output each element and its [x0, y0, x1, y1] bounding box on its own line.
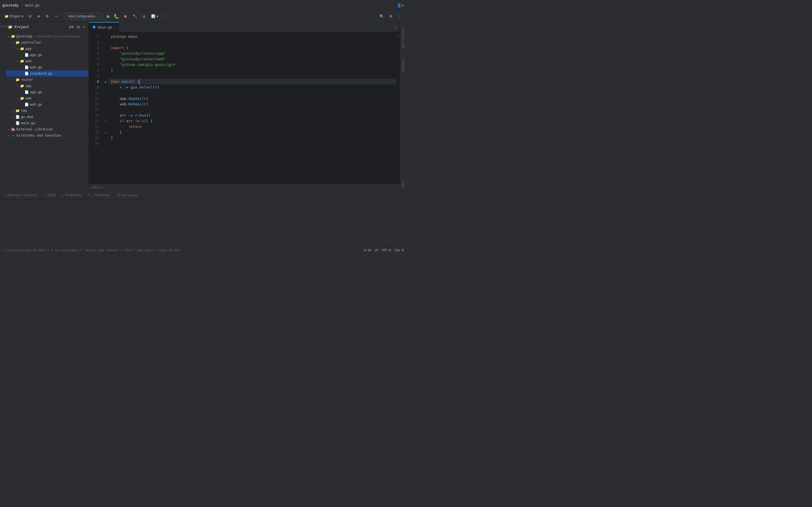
- token-17-0: [111, 124, 129, 129]
- tab-close-btn[interactable]: ×: [114, 25, 116, 29]
- tree-label-tmp: tmp: [21, 109, 27, 113]
- project-panel-gear-btn[interactable]: ⚙▾: [68, 24, 75, 30]
- status-encoding[interactable]: UTF-8: [382, 248, 391, 252]
- tree-icon-app-go: 📄: [24, 53, 29, 57]
- gutter-icon-16[interactable]: ⊟: [103, 118, 109, 124]
- token-13-6: ): [146, 101, 148, 107]
- bottom-tab-label-terminal: Terminal: [94, 193, 110, 197]
- tree-item-controller[interactable]: ▸📁controller: [6, 40, 89, 46]
- status-line-ending[interactable]: LF: [375, 248, 378, 252]
- status-indent-num: 8: [402, 248, 404, 252]
- profile-btn[interactable]: 📊 ▾: [149, 13, 160, 19]
- gutter-icon-7: [103, 68, 109, 73]
- add-config-btn[interactable]: Add Configuration...: [65, 13, 101, 19]
- bottom-tab-problems[interactable]: ⚠Problems: [60, 191, 85, 199]
- token-16-9: {: [151, 118, 153, 124]
- settings-btn[interactable]: ⚙: [387, 13, 395, 19]
- tree-item-web-folder2[interactable]: ▾📁web: [6, 58, 89, 64]
- bottom-tab-todo[interactable]: ☑TODO: [42, 191, 58, 199]
- tree-arrow-web-folder3: ▾: [16, 96, 20, 100]
- search-everywhere-btn[interactable]: 🔍: [377, 13, 386, 19]
- tree-item-web-go3[interactable]: ▸📄web.go: [6, 101, 89, 108]
- status-line-col[interactable]: 9:14: [364, 248, 371, 252]
- locate-file-btn[interactable]: ⊕: [35, 13, 42, 19]
- bottom-tab-services[interactable]: ☰Services: [114, 191, 140, 199]
- line-num-19: 19: [89, 135, 101, 141]
- code-content[interactable]: package main import ( "ginstudy/router/a…: [109, 32, 396, 184]
- toolbar: 📁 Project ▾ ⊟ ⊕ ⚙ — Add Configuration...…: [0, 11, 406, 22]
- more-actions-btn[interactable]: ⋮: [396, 13, 404, 19]
- token-17-1: return: [129, 124, 142, 129]
- tab-main-go[interactable]: 🔷 main.go ×: [89, 22, 119, 32]
- tree-item-go-mod[interactable]: ▸📄go.mod: [6, 114, 89, 120]
- make-panel-label[interactable]: make: [402, 179, 405, 190]
- token-16-2: [124, 118, 126, 124]
- line-num-20: 20: [89, 141, 101, 147]
- token-15-5: r: [135, 113, 137, 118]
- tree-item-app-folder2[interactable]: ▾📁app: [6, 83, 89, 89]
- line-num-18: 18: [89, 129, 101, 135]
- settings-tree-btn[interactable]: ⚙: [43, 13, 51, 19]
- close-panel-btn[interactable]: —: [52, 13, 60, 19]
- project-panel-close-btn[interactable]: ×: [82, 24, 86, 30]
- tree-item-standard-go[interactable]: ▸📄standard.go: [6, 70, 89, 76]
- token-10-2: [122, 84, 124, 90]
- token-13-5: r: [144, 101, 146, 107]
- tree-item-router[interactable]: ▾📁router: [6, 76, 89, 83]
- coverage-btn[interactable]: ◎: [140, 13, 148, 19]
- bottom-tab-label-problems: Problems: [66, 193, 82, 197]
- run-btn[interactable]: ▶: [106, 12, 111, 20]
- add-config-label: Add Configuration...: [68, 14, 98, 18]
- collapse-all-btn[interactable]: ⊟: [27, 13, 34, 19]
- tree-item-ginstudy[interactable]: ▾📁ginstudy~/GolandProjects/ginstudy: [6, 33, 89, 40]
- token-3-1: [124, 45, 126, 51]
- project-label: Project: [10, 14, 20, 18]
- tree-label-standard-go: standard.go: [30, 71, 52, 75]
- project-side-icon[interactable]: Project: [1, 24, 5, 29]
- code-line-6: "github.com/gin-gonic/gin": [109, 62, 396, 68]
- tree-item-web-go2[interactable]: ▸📄web.go: [6, 64, 89, 70]
- tree-item-ext-libs[interactable]: ▸📚External Libraries: [6, 126, 89, 132]
- user-icon[interactable]: 👤▾: [397, 3, 404, 8]
- token-10-8: (): [155, 84, 160, 90]
- token-15-2: [126, 113, 129, 118]
- fold-gutter-icon[interactable]: ⊟: [105, 120, 107, 123]
- tree-item-app-folder[interactable]: ▾📁app: [6, 46, 89, 52]
- run-gutter-icon[interactable]: ▶: [105, 80, 107, 83]
- build-icon: 🔨: [133, 14, 137, 18]
- tree-item-tmp[interactable]: ▸📁tmp: [6, 108, 89, 114]
- bottom-tab-icon-problems: ⚠: [63, 193, 64, 197]
- tree-item-scratches[interactable]: ▸✏️Scratches and Consoles: [6, 132, 89, 138]
- code-line-15: err := r.Run(): [109, 113, 396, 118]
- token-5-0: [111, 56, 119, 62]
- debug-btn[interactable]: 🐛: [112, 12, 120, 20]
- code-line-1: package main: [109, 34, 396, 40]
- tree-icon-app-go2: 📄: [24, 90, 29, 94]
- code-line-2: [109, 40, 396, 45]
- token-10-0: [111, 84, 119, 90]
- project-tree[interactable]: ▾📁ginstudy~/GolandProjects/ginstudy▸📁con…: [6, 32, 89, 190]
- token-16-6: [140, 118, 142, 124]
- editor-more-btn[interactable]: ⋮: [392, 24, 399, 30]
- project-dropdown-btn[interactable]: 📁 Project ▾: [2, 13, 26, 19]
- collapse-icon: ⊟: [29, 14, 32, 18]
- tree-arrow-tmp: ▸: [11, 109, 15, 113]
- tree-item-web-folder3[interactable]: ▾📁web: [6, 95, 89, 101]
- bottom-tab-version-control[interactable]: ⑃Version Control: [1, 191, 40, 199]
- tree-item-app-go[interactable]: ▸📄app.go: [6, 52, 89, 58]
- tree-item-app-go2[interactable]: ▸📄app.go: [6, 89, 89, 95]
- tree-icon-web-folder3: 📁: [20, 96, 24, 101]
- notifications-panel-label[interactable]: Notifications: [402, 24, 405, 51]
- build-btn[interactable]: 🔨: [131, 13, 139, 19]
- fold-gutter-icon[interactable]: ⊟: [105, 131, 107, 134]
- token-16-5: !=: [135, 118, 140, 124]
- tree-icon-web-go3: 📄: [24, 102, 29, 107]
- token-12-6: ): [146, 96, 148, 101]
- gutter-icon-18[interactable]: ⊟: [103, 129, 109, 135]
- stop-btn[interactable]: ⏹: [121, 13, 130, 19]
- gutter-icon-9[interactable]: ▶: [103, 79, 109, 84]
- project-panel-collapse-btn[interactable]: ⊟: [76, 24, 81, 30]
- database-panel-label[interactable]: Database: [402, 56, 405, 74]
- tree-item-main-go[interactable]: ▸📄main.go: [6, 120, 89, 126]
- bottom-tab-terminal[interactable]: >_Terminal: [86, 191, 113, 199]
